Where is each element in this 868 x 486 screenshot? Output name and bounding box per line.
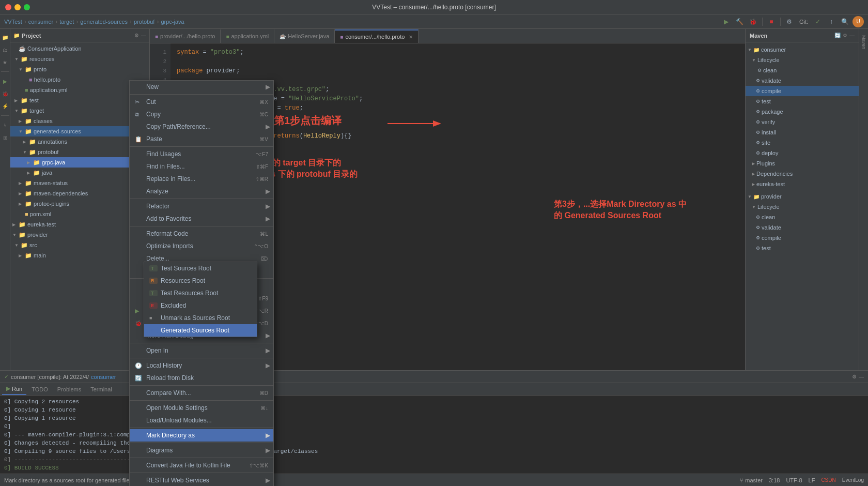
cm-item-module-settings[interactable]: Open Module Settings ⌘↓ [130,402,273,414]
nav-consumer[interactable]: consumer [28,19,53,25]
nav-generated-sources[interactable]: generated-sources [80,19,128,25]
run-panel-minimize[interactable]: — [859,374,864,379]
submenu-item-unmark[interactable]: ■ Unmark as Sources Root [144,312,257,324]
cm-item-analyze[interactable]: Analyze ▶ [130,185,273,198]
maven-item-site[interactable]: ⚙ site [746,138,859,148]
tree-item-classes[interactable]: ▶ 📁 classes [10,116,149,126]
tree-item-annotations[interactable]: ▶ 📁 annotations [10,136,149,147]
maven-item-install[interactable]: ⚙ install [746,127,859,138]
tree-item-protobuf[interactable]: ▼ 📁 protobuf [10,147,149,157]
stop-button[interactable]: ■ [766,16,777,27]
cm-item-replace-files[interactable]: Replace in Files... ⇧⌘R [130,173,273,185]
minimize-button[interactable] [14,4,21,10]
maven-settings-icon[interactable]: ⚙ [843,33,847,38]
tab-provider-hello[interactable]: ■ provider/.../hello.proto [150,29,221,43]
nav-grpc-java[interactable]: grpc-java [161,19,184,25]
maven-item-test[interactable]: ⚙ test [746,96,859,107]
submenu-item-test-resources[interactable]: T Test Resources Root [144,287,257,299]
cm-item-mark-directory[interactable]: Mark Directory as ▶ [130,429,273,442]
window-controls[interactable] [5,4,30,10]
maven-item-lifecycle-provider[interactable]: ▼ Lifecycle [746,202,859,212]
terminal-icon[interactable]: ⊞ [1,133,9,142]
maven-item-validate[interactable]: ⚙ validate [746,75,859,86]
run-icon[interactable]: ▶ [1,77,9,85]
maximize-button[interactable] [24,4,30,10]
cm-item-copy-path[interactable]: Copy Path/Reference... ▶ [130,120,273,133]
push-button[interactable]: ↑ [826,16,837,27]
cm-item-paste[interactable]: 📋 Paste ⌘V [130,133,273,145]
tab-run[interactable]: ▶ Run [2,384,26,395]
nav-protobuf[interactable]: protobuf [134,19,154,25]
cm-item-copy[interactable]: ⧉ Copy ⌘C [130,108,273,120]
cm-item-refactor[interactable]: Refactor ▶ [130,200,273,212]
cm-item-restful[interactable]: RESTful Web Services ▶ [130,474,273,486]
tab-application-yml[interactable]: ■ application.yml [221,29,274,43]
maven-item-dependencies[interactable]: ▶ Dependencies [746,169,859,179]
tree-item-proto[interactable]: ▼ 📁 proto [10,64,149,74]
maven-item-eureka-test[interactable]: ▶ eureka-test [746,179,859,189]
maven-item-clean[interactable]: ⚙ clean [746,65,859,75]
commit-button[interactable]: ✓ [812,16,824,27]
cm-item-diagrams[interactable]: Diagrams ▶ [130,444,273,457]
debug-icon[interactable]: 🐞 [1,89,9,98]
tree-item-protoc-plugins[interactable]: ▶ 📁 protoc-plugins [10,199,149,209]
cm-item-convert-kotlin[interactable]: Convert Java File to Kotlin File ⇧⌥⌘K [130,459,273,472]
submenu-item-generated-sources[interactable]: G Generated Sources Root [144,324,257,337]
maven-item-provider[interactable]: ▼ 📁 provider [746,191,859,202]
run-button[interactable]: ▶ [721,16,732,27]
maven-item-lifecycle-consumer[interactable]: ▼ Lifecycle [746,55,859,65]
cm-item-find-files[interactable]: Find in Files... ⇧⌘F [130,160,273,173]
cm-item-cut[interactable]: ✂ Cut ⌘X [130,96,273,108]
submenu-item-resources-root[interactable]: R Resources Root [144,275,257,287]
tree-item-main[interactable]: ▶ 📁 main [10,250,149,261]
maven-minimize-icon[interactable]: — [849,33,855,38]
close-button[interactable] [5,4,11,10]
user-icon[interactable]: U [853,16,864,27]
project-icon[interactable]: 📁 [1,33,9,41]
tree-item-maven-status[interactable]: ▶ 📁 maven-status [10,178,149,188]
project-collapse-icon[interactable]: — [141,33,146,38]
structure-icon[interactable]: 🗂 [1,45,9,54]
nav-vvtest[interactable]: VVTest [4,19,22,25]
maven-item-package[interactable]: ⚙ package [746,107,859,117]
tab-problems[interactable]: Problems [53,384,85,395]
tree-item-generated-sources[interactable]: ▼ 📁 generated-sources [10,126,149,136]
tree-item-provider[interactable]: ▼ 📁 provider [10,230,149,240]
project-settings-icon[interactable]: ⚙ [134,33,139,38]
tree-item-grpc-java[interactable]: ▶ 📁 grpc-java [10,157,149,168]
maven-tab-label[interactable]: Maven [861,35,866,49]
tree-item-app-yml[interactable]: ■ application.yml [10,85,149,95]
line-ending[interactable]: LF [809,477,815,483]
favorites-icon[interactable]: ★ [1,58,9,66]
tab-todo[interactable]: TODO [27,384,52,395]
build-button[interactable]: 🔨 [734,16,746,27]
cm-item-compare[interactable]: Compare With... ⌘D [130,387,273,399]
submenu-item-test-sources[interactable]: T Test Sources Root [144,262,257,275]
cm-item-open-in[interactable]: Open In ▶ [130,344,273,357]
submenu-item-excluded[interactable]: E Excluded [144,299,257,312]
maven-item-plugins[interactable]: ▶ Plugins [746,158,859,169]
cm-item-favorites[interactable]: Add to Favorites ▶ [130,212,273,225]
cm-item-find-usages[interactable]: Find Usages ⌥F7 [130,148,273,160]
services-icon[interactable]: ⚡ [1,102,9,110]
event-log[interactable]: EventLog [842,477,864,483]
run-panel-settings[interactable]: ⚙ [852,374,857,379]
git-icon[interactable]: ⑂ [1,121,9,129]
tree-item-pom-xml[interactable]: ■ pom.xml [10,209,149,219]
maven-item-prov-validate[interactable]: ⚙ validate [746,222,859,233]
maven-item-prov-test[interactable]: ⚙ test [746,243,859,253]
maven-item-compile[interactable]: ⚙ compile [746,86,859,96]
search-everywhere[interactable]: 🔍 [839,16,850,27]
cm-item-new[interactable]: New ▶ [130,81,273,93]
maven-item-prov-clean[interactable]: ⚙ clean [746,212,859,222]
debug-button[interactable]: 🐞 [748,16,759,27]
cm-item-load-modules[interactable]: Load/Unload Modules... [130,414,273,427]
tree-item-test[interactable]: ▶ 📁 test [10,95,149,105]
cm-item-local-history[interactable]: 🕐 Local History ▶ [130,359,273,372]
tree-item-java[interactable]: ▶ 📁 java [10,168,149,178]
cm-item-optimize-imports[interactable]: Optimize Imports ⌃⌥O [130,240,273,252]
tree-item-consumer-app[interactable]: ☕ ConsumerApplication [10,43,149,54]
tree-item-maven-deps[interactable]: ▶ 📁 maven-dependencies [10,188,149,199]
encoding[interactable]: UTF-8 [786,477,802,483]
settings-button[interactable]: ⚙ [784,16,795,27]
